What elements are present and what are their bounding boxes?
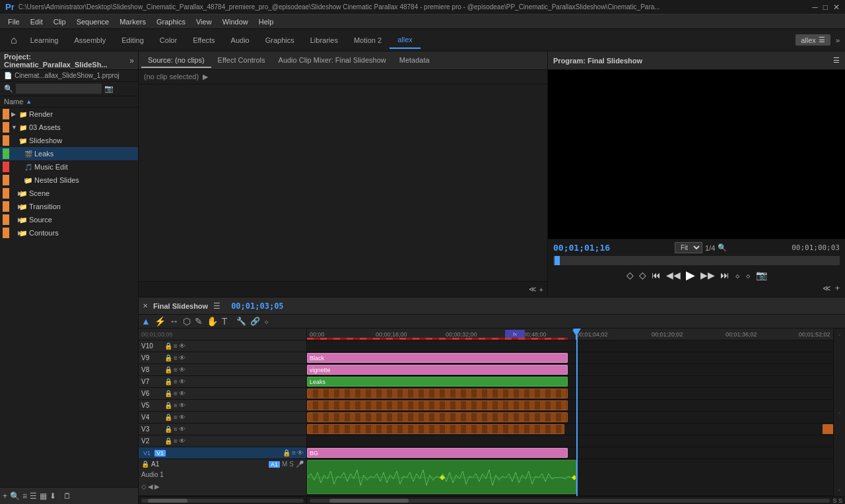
clip-audio1[interactable] <box>307 460 576 494</box>
track-sync-v6[interactable]: ≡ <box>174 390 178 397</box>
track-lock-v10[interactable]: 🔒 <box>164 342 172 350</box>
track-eye-v2[interactable]: 👁 <box>179 437 186 445</box>
timeline-snap-icon[interactable]: 🔧 <box>236 317 246 326</box>
tree-item-nested-slides[interactable]: ▶📁Nested Slides <box>0 173 138 187</box>
find-options-icon[interactable]: 📷 <box>104 84 114 93</box>
track-solo-a1[interactable]: S <box>289 460 294 468</box>
timeline-tool-hand[interactable]: ✋ <box>207 316 218 327</box>
track-eye-v9[interactable]: 👁 <box>179 354 186 362</box>
tree-item-contours[interactable]: ▶📁Contours <box>0 226 138 239</box>
track-lock-v7[interactable]: 🔒 <box>164 378 172 385</box>
workspace-tab-editing[interactable]: Editing <box>114 32 152 48</box>
search-input[interactable] <box>16 84 102 94</box>
icon-view-icon[interactable]: ▦ <box>40 491 47 501</box>
workspace-tab-graphics[interactable]: Graphics <box>257 32 302 48</box>
track-eye-v5[interactable]: 👁 <box>179 402 186 409</box>
timeline-menu-icon[interactable]: ☰ <box>213 301 220 311</box>
track-source-v1[interactable]: V1 <box>154 450 166 457</box>
menu-item-window[interactable]: Window <box>217 16 254 27</box>
program-panel-menu[interactable]: ☰ <box>833 56 840 65</box>
minimize-button[interactable]: ─ <box>812 3 818 12</box>
source-tab-metadata[interactable]: Metadata <box>393 53 436 68</box>
track-lock-v8[interactable]: 🔒 <box>164 366 172 373</box>
clip-vignette[interactable]: vignette <box>307 365 568 375</box>
track-lock-v5[interactable]: 🔒 <box>164 402 172 409</box>
track-lock-v4[interactable]: 🔒 <box>164 414 172 421</box>
tree-item-transition[interactable]: ▶📁Transition <box>0 200 138 213</box>
clip-v5[interactable] <box>307 400 568 410</box>
track-lock-v9[interactable]: 🔒 <box>164 354 172 362</box>
track-eye-v6[interactable]: 👁 <box>179 390 186 397</box>
track-zoom[interactable]: ◦ <box>838 486 841 493</box>
more-workspaces-button[interactable]: » <box>836 36 840 44</box>
track-sync-v8[interactable]: ≡ <box>174 366 178 373</box>
clip-v4[interactable] <box>307 412 568 422</box>
zoom-icon[interactable]: 🔍 <box>718 243 727 252</box>
source-settings-icon[interactable]: ≪ <box>529 285 537 294</box>
workspace-tab-audio[interactable]: Audio <box>223 32 257 48</box>
find-icon[interactable]: 🔍 <box>10 491 20 501</box>
track-sync-v10[interactable]: ≡ <box>174 342 178 350</box>
track-mute-a1[interactable]: M <box>282 460 287 468</box>
menu-item-markers[interactable]: Markers <box>114 16 151 27</box>
workspace-tab-assembly[interactable]: Assembly <box>67 32 114 48</box>
project-panel-expand[interactable]: » <box>129 56 134 65</box>
tree-item-scene[interactable]: ▶📁Scene <box>0 187 138 200</box>
fit-dropdown[interactable]: Fit <box>675 242 702 253</box>
menu-item-view[interactable]: View <box>191 16 217 27</box>
tree-expand-btn[interactable]: ▶ <box>11 190 19 197</box>
track-lock-v6[interactable]: 🔒 <box>164 390 172 397</box>
new-bin-icon[interactable]: + <box>3 491 7 501</box>
audio-keyframe-icon[interactable]: ◇ <box>141 483 147 490</box>
left-scroll-track[interactable] <box>141 499 304 503</box>
go-to-in-button[interactable]: ⏮ <box>652 270 661 280</box>
source-tab-audio-clip[interactable]: Audio Clip Mixer: Final Slideshow <box>272 53 393 68</box>
settings-expand-button[interactable]: ≪ <box>823 284 831 293</box>
clip-black[interactable]: Black <box>307 353 568 363</box>
track-eye-v10[interactable]: 👁 <box>179 342 186 350</box>
window-controls[interactable]: ─ □ ✕ <box>812 3 840 12</box>
right-scroll-thumb[interactable] <box>329 499 409 503</box>
tree-expand-btn[interactable]: ▶ <box>11 216 19 223</box>
track-target-v1[interactable]: V1 <box>141 450 152 457</box>
clip-bg[interactable]: BG <box>307 448 568 458</box>
tree-expand-btn[interactable]: ▼ <box>11 137 19 144</box>
tree-item-leaks[interactable]: 🎬Leaks <box>0 147 138 160</box>
sort-icon[interactable]: ▲ <box>26 98 32 105</box>
source-tab-source-n[interactable]: Source: (no clips) <box>141 53 211 68</box>
track-eye-v1[interactable]: 👁 <box>297 449 304 457</box>
track-eye-v4[interactable]: 👁 <box>179 414 186 421</box>
add-button[interactable]: + <box>835 284 840 293</box>
metadata-icon[interactable]: ⬇ <box>50 491 56 501</box>
menu-item-graphics[interactable]: Graphics <box>151 16 191 27</box>
timeline-markers-icon[interactable]: ⬦ <box>264 317 269 326</box>
track-sync-v3[interactable]: ≡ <box>174 425 178 433</box>
timeline-tool-track[interactable]: ↔ <box>170 316 179 327</box>
track-sync-v2[interactable]: ≡ <box>174 437 178 445</box>
workspace-tab-color[interactable]: Color <box>152 32 185 48</box>
timeline-tool-razor[interactable]: ⚡ <box>154 316 166 327</box>
menu-item-edit[interactable]: Edit <box>25 16 48 27</box>
track-sync-v4[interactable]: ≡ <box>174 414 178 421</box>
tree-expand-btn[interactable]: ▶ <box>11 230 19 236</box>
mark-out-button[interactable]: ◇ <box>639 270 646 280</box>
track-eye-v3[interactable]: 👁 <box>179 425 186 433</box>
tree-expand-btn[interactable]: ▼ <box>11 124 19 131</box>
track-mic-a1[interactable]: 🎤 <box>296 460 304 468</box>
workspace-tab-allex[interactable]: allex <box>389 32 421 49</box>
profile-button[interactable]: allex ☰ <box>795 34 830 46</box>
track-sync-v7[interactable]: ≡ <box>174 378 178 385</box>
program-scrubber[interactable] <box>553 256 840 265</box>
track-lock-v3[interactable]: 🔒 <box>164 425 172 433</box>
go-to-out-button[interactable]: ⏭ <box>720 270 729 280</box>
source-tab-effect-con[interactable]: Effect Controls <box>211 53 272 68</box>
track-sync-v9[interactable]: ≡ <box>174 354 178 362</box>
timeline-link-icon[interactable]: 🔗 <box>250 317 260 326</box>
home-button[interactable]: ⌂ <box>5 34 22 46</box>
audio-scroll-left[interactable]: ◀ <box>148 483 153 490</box>
tree-item-source[interactable]: ▶📁Source <box>0 213 138 226</box>
menu-item-clip[interactable]: Clip <box>48 16 71 27</box>
program-timecode[interactable]: 00;01;01;16 <box>553 243 610 253</box>
insert-button[interactable]: ⬦ <box>735 270 740 280</box>
track-lock-v1[interactable]: 🔒 <box>283 449 290 457</box>
